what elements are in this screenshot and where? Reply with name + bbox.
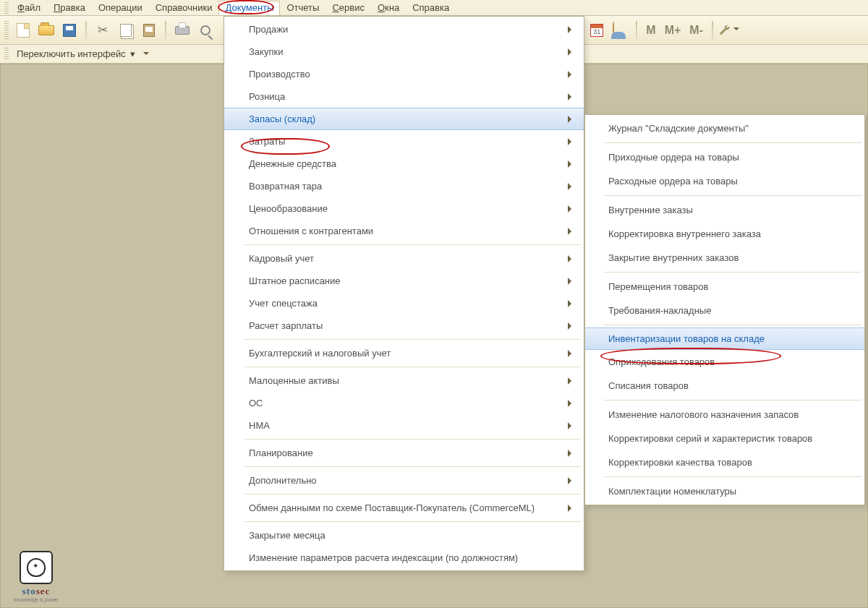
menu-item-label: Отношения с контрагентами (249, 226, 373, 236)
menu-item-label: Изменение параметров расчета индексации … (249, 552, 518, 563)
menu-item[interactable]: Штатное расписание (224, 270, 584, 292)
menu-item[interactable]: Возвратная тара (224, 175, 584, 197)
user-icon (613, 22, 627, 38)
chevron-down-icon (143, 52, 149, 58)
menu-item[interactable]: Ценообразование (224, 197, 584, 220)
menu-item[interactable]: Комплектации номенклатуры (585, 479, 864, 503)
toolbar-settings-button[interactable] (719, 20, 739, 40)
menu-separator (604, 142, 861, 143)
menu-item[interactable]: Денежные средства (224, 153, 584, 175)
menu-item[interactable]: Бухгалтерский и налоговый учет (224, 342, 584, 364)
menu-item[interactable]: Корректировки серий и характеристик това… (585, 427, 864, 450)
chevron-right-icon (568, 400, 575, 407)
menu-item-label: Малоценные активы (249, 375, 339, 386)
menu-item[interactable]: Закупки (224, 40, 584, 63)
chevron-right-icon (568, 450, 575, 457)
menu-item[interactable]: Журнал "Складские документы" (585, 116, 864, 140)
switch-interface-dropdown[interactable]: Переключить интерфейс ▾ (12, 46, 153, 61)
toolbar-calendar-button[interactable] (587, 20, 607, 40)
scissors-icon: ✂ (98, 22, 108, 38)
logo-icon (20, 551, 53, 584)
menubar-item-справочники[interactable]: Справочники (149, 1, 219, 15)
menu-item-label: Расходные ордера на товары (608, 176, 738, 187)
logo-tagline: knowledge is power (7, 597, 65, 602)
toolbar-preview-button[interactable] (195, 20, 216, 40)
documents-menu: ПродажиЗакупкиПроизводствоРозницаЗапасы … (224, 16, 584, 571)
memory-mplus-button[interactable]: М+ (660, 24, 686, 37)
menu-item[interactable]: Расчет зарплаты (224, 314, 584, 337)
menu-item-label: Затраты (249, 136, 285, 147)
menu-item[interactable]: Списания товаров (585, 374, 864, 398)
menu-item[interactable]: Приходные ордера на товары (585, 145, 864, 169)
menubar-item-операции[interactable]: Операции (92, 1, 149, 15)
menu-item[interactable]: Производство (224, 63, 584, 85)
menubar-item-окна[interactable]: Окна (371, 1, 406, 15)
menu-item[interactable]: Закрытие месяца (224, 524, 584, 547)
menu-item[interactable]: Учет спецстажа (224, 292, 584, 314)
menu-item[interactable]: Изменение параметров расчета индексации … (224, 547, 584, 569)
menu-item[interactable]: Перемещения товаров (585, 275, 864, 299)
menu-item[interactable]: Расходные ордера на товары (585, 169, 864, 193)
menu-item[interactable]: Изменение налогового назначения запасов (585, 403, 864, 427)
toolbar-copy-button[interactable] (116, 20, 136, 40)
menu-item-label: Планирование (249, 448, 313, 458)
chevron-right-icon (568, 71, 575, 78)
chevron-down-icon: ▾ (130, 48, 135, 59)
menu-item[interactable]: Отношения с контрагентами (224, 220, 584, 242)
menu-item-label: Учет спецстажа (249, 298, 318, 309)
menu-separator (604, 325, 861, 325)
menu-item[interactable]: Затраты (224, 130, 584, 153)
menu-item[interactable]: НМА (224, 414, 584, 437)
menubar-item-файл[interactable]: Файл (11, 1, 47, 15)
chevron-down-icon (733, 27, 739, 33)
menu-item[interactable]: Инвентаризации товаров на складе (585, 327, 864, 350)
toolbar-paste-button[interactable] (139, 20, 159, 40)
paste-icon (143, 24, 155, 37)
menu-separator (244, 367, 581, 367)
menu-item[interactable]: Внутренние заказы (585, 198, 864, 222)
menu-item[interactable]: Дополнительно (224, 469, 584, 492)
menu-item[interactable]: Продажи (224, 18, 584, 40)
menu-item[interactable]: Планирование (224, 442, 584, 464)
toolbar-new-button[interactable] (13, 20, 33, 40)
menu-item-label: Корректировки качества товаров (608, 457, 752, 468)
menu-item[interactable]: Требования-накладные (585, 299, 864, 322)
chevron-right-icon (568, 48, 575, 56)
menu-item[interactable]: Корректировки качества товаров (585, 450, 864, 474)
toolbar-user-button[interactable] (610, 20, 630, 40)
menu-item[interactable]: Обмен данными по схеме Поставщик-Покупат… (224, 497, 584, 519)
menubar-item-правка[interactable]: Правка (47, 1, 92, 15)
memory-m-button[interactable]: М (642, 24, 660, 37)
menu-item[interactable]: Малоценные активы (224, 369, 584, 392)
folder-open-icon (38, 25, 54, 35)
menubar-item-справка[interactable]: Справка (406, 1, 456, 15)
menu-item-label: Комплектации номенклатуры (608, 486, 736, 497)
toolbar-save-button[interactable] (59, 20, 80, 40)
chevron-right-icon (568, 300, 575, 307)
chevron-right-icon (568, 350, 575, 357)
menu-item-label: Внутренние заказы (608, 205, 693, 215)
menu-item[interactable]: Корректировка внутреннего заказа (585, 222, 864, 246)
menubar-item-отчеты[interactable]: Отчеты (280, 1, 326, 15)
chevron-right-icon (568, 26, 575, 33)
menu-item[interactable]: Закрытие внутренних заказов (585, 246, 864, 270)
toolbar-cut-button[interactable]: ✂ (93, 20, 113, 40)
toolbar-print-button[interactable] (172, 20, 192, 40)
menu-item-label: Журнал "Складские документы" (608, 123, 749, 134)
menu-item[interactable]: ОС (224, 392, 584, 414)
toolbar-separator (712, 21, 713, 40)
chevron-right-icon (568, 228, 575, 235)
menubar-item-документы[interactable]: Документы (218, 1, 280, 15)
menubar-item-сервис[interactable]: Сервис (326, 1, 371, 15)
menu-item[interactable]: Розница (224, 85, 584, 108)
toolbar-open-button[interactable] (36, 20, 56, 40)
chevron-right-icon (568, 422, 575, 429)
menu-item-label: Требования-накладные (608, 305, 711, 316)
memory-mminus-button[interactable]: М- (685, 24, 707, 37)
menu-item[interactable]: Кадровый учет (224, 247, 584, 270)
chevron-right-icon (568, 160, 575, 168)
menu-item[interactable]: Оприходования товаров (585, 350, 864, 374)
menu-item-label: Корректировки серий и характеристик това… (608, 433, 812, 444)
logo-text: stosec (7, 586, 65, 597)
menu-item[interactable]: Запасы (склад) (224, 108, 584, 130)
